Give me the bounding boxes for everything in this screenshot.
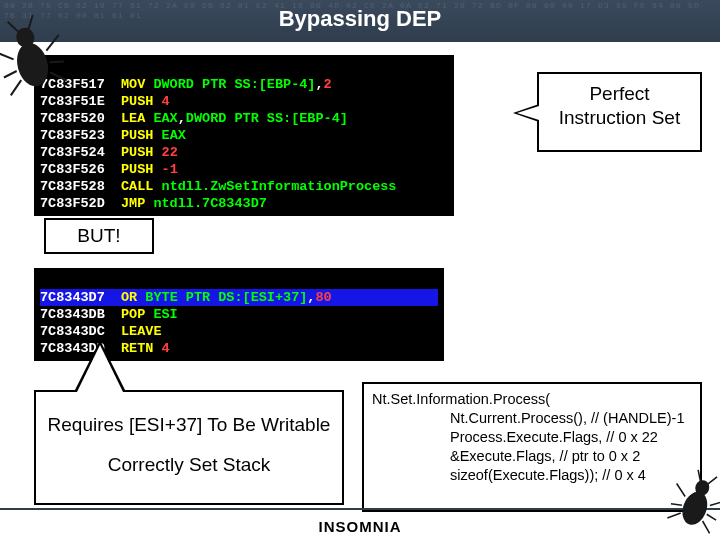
- callout-perfect-instruction: Perfect Instruction Set: [537, 72, 702, 152]
- footer-divider: [0, 508, 720, 510]
- slide-header: Bypassing DEP: [0, 0, 720, 42]
- disasm-block-1: 7C83F517 MOV DWORD PTR SS:[EBP-4],2 7C83…: [34, 55, 454, 216]
- callout-requires: Requires [ESI+37] To Be Writable Correct…: [34, 390, 344, 505]
- callout-line-1: Requires [ESI+37] To Be Writable: [36, 414, 342, 436]
- code-snippet-box: Nt.Set.Information.Process( Nt.Current.P…: [362, 382, 702, 512]
- callout-but: BUT!: [44, 218, 154, 254]
- footer-logo: INSOMNIA: [0, 518, 720, 535]
- page-title: Bypassing DEP: [0, 6, 720, 32]
- callout-line-2: Correctly Set Stack: [36, 454, 342, 476]
- callout-text: Perfect Instruction Set: [559, 83, 680, 128]
- svg-point-0: [12, 40, 52, 90]
